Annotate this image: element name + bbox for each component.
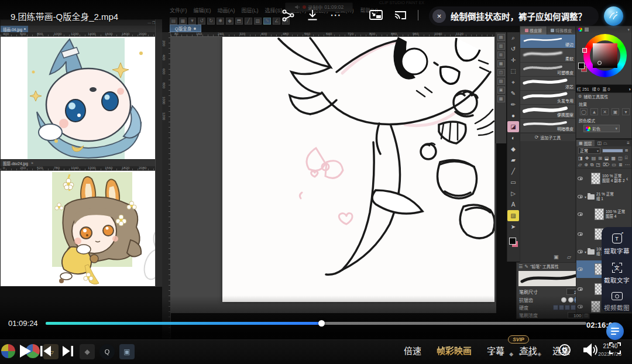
ruler-number: 960 xyxy=(413,32,434,36)
dock-icon: ▥ xyxy=(497,43,505,50)
video-screenshot-label: 视频截图 xyxy=(604,303,630,312)
subtool-tab-label: 橡皮擦 xyxy=(530,28,542,33)
progress-bar[interactable] xyxy=(46,322,586,325)
pencil-mini-icon: ✎ xyxy=(524,264,528,269)
volume-button[interactable] xyxy=(582,342,598,358)
add-subtool-label: 追加子工具 xyxy=(540,135,561,140)
layer-toolbar-icon: ▦ xyxy=(612,156,616,161)
layer-toolbar-icon: ▱ xyxy=(578,162,582,167)
close-icon: × xyxy=(437,12,442,20)
effect-label: 效果 xyxy=(579,101,631,107)
fgbg-swatches xyxy=(578,63,589,74)
menu-edit: 编辑(E) xyxy=(194,8,211,13)
hardness-segment xyxy=(565,305,570,310)
video-content: CLIP STUDIO PAINT EX 文件(F)编辑(E)动画(A)图层(L… xyxy=(0,0,632,339)
layer-thumbnail xyxy=(591,173,600,184)
ruler-number: 800 xyxy=(162,83,166,88)
brush-item-label: 硬边 xyxy=(565,42,573,47)
layer-thumbnail xyxy=(595,208,604,220)
subtitle-button[interactable]: 字幕 xyxy=(487,344,504,356)
capture-text-button[interactable]: 文 截取文字 xyxy=(602,263,632,284)
layer-visibility-icon xyxy=(578,287,583,291)
chat-bubble-button[interactable] xyxy=(606,322,624,340)
assistant-avatar[interactable] xyxy=(604,6,623,26)
pill-close-button[interactable]: × xyxy=(432,9,446,23)
color-mode-label: 颜色模式 xyxy=(579,118,631,123)
ruler-number: 1820 xyxy=(122,166,139,170)
undo-icon: ↺ xyxy=(198,18,205,25)
rotate-canvas-icon: ⬒ xyxy=(235,18,243,25)
hardness-segment xyxy=(559,305,564,310)
folder-icon xyxy=(588,194,595,200)
canvas-ruler-horizontal: 8016024032040048056064072080088096010401… xyxy=(171,32,496,37)
taskbar-qq-icon[interactable]: Q xyxy=(99,344,115,359)
dropdown-caret-icon: ▾ xyxy=(597,149,599,153)
sv-marker xyxy=(597,61,602,65)
layer-toolbar-icon: ⌸ xyxy=(625,155,628,161)
wrench-icon: ⚙ xyxy=(578,94,582,99)
question-text: 绘制倒挂状态时，裤子应如何调整？ xyxy=(451,10,586,22)
pencil-tool-icon: ✏ xyxy=(507,99,519,110)
panel-collapse-chevron: ‹ xyxy=(626,176,628,182)
ruler-number: 1000 xyxy=(162,97,166,104)
dock-icon: ▣ xyxy=(497,87,505,94)
enhance-button[interactable]: 帧彩映画 xyxy=(437,344,472,356)
brush-item-label: 可塑橡皮 xyxy=(557,70,573,75)
ruler-number: 200 xyxy=(162,40,166,46)
svip-badge: SVIP xyxy=(508,335,529,344)
brush-item: 浓芯 xyxy=(520,77,575,91)
move-tool-icon: ✛ xyxy=(507,54,519,66)
fullscreen-button[interactable] xyxy=(609,342,621,354)
ruler-number: 1200 xyxy=(162,112,166,120)
ai-question-pill[interactable]: × 绘制倒挂状态时，裤子应如何调整？ xyxy=(429,6,599,26)
color-mode-dropdown: 彩色 ▾ xyxy=(583,125,620,132)
subtool-tab-label: 特殊橡皮 xyxy=(555,28,572,33)
unsaved-dot xyxy=(24,28,26,30)
blend-mode-value: 正常 xyxy=(580,147,588,153)
download-icon[interactable] xyxy=(305,8,320,22)
find-button[interactable]: 查找 xyxy=(520,344,537,356)
pip-icon[interactable] xyxy=(369,8,384,22)
folder-icon xyxy=(588,249,595,255)
taskbar-photos-icon[interactable]: ▣ xyxy=(119,344,135,359)
canvas-ruler-vertical: 200 400 600 800 1000 1200 xyxy=(162,32,171,338)
panel-more-icon: ≡ xyxy=(627,140,630,146)
more-icon[interactable]: ⋯ xyxy=(330,9,341,22)
extract-subtitles-button[interactable]: T↗ 提取字幕 xyxy=(602,233,632,255)
ruler-number: 1200 xyxy=(71,32,88,36)
reference-art-bunny-chibi xyxy=(1,171,162,286)
color-mode-value: 彩色 xyxy=(592,126,600,132)
speed-button[interactable]: 倍速 xyxy=(404,344,421,356)
audio-effect-button[interactable] xyxy=(557,342,572,358)
brush-item: 可塑橡皮 xyxy=(520,63,575,77)
next-button[interactable] xyxy=(61,345,75,358)
ruler-number: 480 xyxy=(283,32,304,36)
brush-item: 硬边 xyxy=(520,35,575,49)
video-screenshot-button[interactable]: 视频截图 xyxy=(602,292,632,312)
green-value: 0 xyxy=(597,87,600,91)
ruler-number: 400 xyxy=(162,54,166,60)
layer-name: 组 1 xyxy=(596,197,603,201)
layer-label: 21 % 正常组 1 xyxy=(596,192,614,201)
csp-command-bar: ▤▦▼↺↻✱◆⬒╱▧✎∠❒ xyxy=(170,14,291,22)
brush-item-label: 明暗橡皮 xyxy=(557,126,573,132)
ruler-number: 400 xyxy=(261,32,283,36)
hue-marker xyxy=(582,48,587,53)
snap-icon: ╱ xyxy=(245,18,252,25)
layer-toolbar-icon: ◳ xyxy=(596,162,601,167)
hardness-label: 硬度 xyxy=(519,304,553,311)
play-button[interactable] xyxy=(16,343,33,359)
layer-toolbar-icon: ⋯ xyxy=(625,162,630,167)
layer-toolbar-icon: ◨ xyxy=(578,156,583,161)
cast-icon[interactable] xyxy=(393,8,408,22)
taskbar-app-icon[interactable]: ◆ xyxy=(80,344,95,359)
layer-visibility-icon xyxy=(578,250,583,253)
layer-thumbnail xyxy=(591,301,600,313)
share-icon[interactable] xyxy=(281,8,295,22)
menu-file: 文件(F) xyxy=(170,8,187,13)
taskbar-browser-icon[interactable] xyxy=(1,344,15,358)
dock-icon: ◫ xyxy=(497,69,505,76)
brush-item: 明暗橡皮 xyxy=(520,119,575,133)
unsaved-dot xyxy=(194,28,196,30)
previous-button[interactable] xyxy=(39,345,53,358)
